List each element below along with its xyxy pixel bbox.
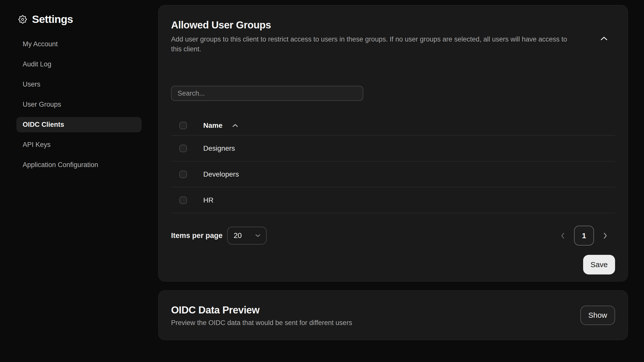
card-header: Allowed User Groups Add user groups to t…: [171, 19, 615, 54]
items-per-page-value: 20: [234, 231, 242, 240]
table-row: Developers: [171, 162, 615, 187]
pagination-bar: Items per page 20 1: [171, 226, 615, 246]
previous-page-button[interactable]: [561, 232, 565, 239]
sidebar-item-users[interactable]: Users: [16, 77, 142, 92]
sidebar-item-my-account[interactable]: My Account: [16, 36, 142, 52]
sidebar-item-api-keys[interactable]: API Keys: [16, 137, 142, 152]
chevron-up-icon: [600, 36, 608, 41]
items-per-page-group: Items per page 20: [171, 227, 267, 245]
sidebar-item-user-groups[interactable]: User Groups: [16, 97, 142, 112]
select-all-checkbox[interactable]: [179, 122, 187, 129]
chevron-down-icon: [255, 234, 261, 237]
sidebar-header: Settings: [18, 13, 73, 25]
save-button[interactable]: Save: [583, 255, 615, 274]
gear-icon: [18, 15, 27, 24]
row-name: HR: [203, 196, 213, 204]
sort-ascending-icon[interactable]: [232, 124, 238, 128]
card-title: Allowed User Groups: [171, 19, 568, 31]
preview-header-text: OIDC Data Preview Preview the OIDC data …: [171, 304, 352, 327]
next-page-button[interactable]: [603, 232, 607, 239]
row-name: Developers: [203, 170, 239, 178]
table-row: HR: [171, 187, 615, 213]
preview-description: Preview the OIDC data that would be sent…: [171, 319, 352, 327]
sidebar-nav: My Account Audit Log Users User Groups O…: [0, 36, 158, 177]
show-button[interactable]: Show: [580, 306, 615, 325]
table-header-row: Name: [171, 116, 615, 136]
name-column-header[interactable]: Name: [203, 122, 222, 130]
items-per-page-select[interactable]: 20: [227, 227, 267, 245]
chevron-right-icon: [603, 232, 607, 239]
preview-title: OIDC Data Preview: [171, 304, 352, 316]
search-input[interactable]: [171, 86, 363, 101]
sidebar-title: Settings: [32, 13, 73, 25]
row-checkbox-designers[interactable]: [179, 145, 187, 152]
save-row: Save: [171, 255, 615, 274]
page-navigation: 1: [561, 226, 607, 246]
current-page-button[interactable]: 1: [574, 226, 594, 246]
row-checkbox-developers[interactable]: [179, 171, 187, 178]
allowed-user-groups-card: Allowed User Groups Add user groups to t…: [158, 5, 628, 281]
card-header-text: Allowed User Groups Add user groups to t…: [171, 19, 568, 54]
sidebar-item-oidc-clients[interactable]: OIDC Clients: [16, 117, 142, 132]
card-description: Add user groups to this client to restri…: [171, 34, 568, 54]
sidebar-item-audit-log[interactable]: Audit Log: [16, 57, 142, 72]
table-row: Designers: [171, 136, 615, 162]
row-checkbox-hr[interactable]: [179, 196, 187, 204]
settings-sidebar: Settings My Account Audit Log Users User…: [0, 0, 158, 362]
sidebar-item-application-configuration[interactable]: Application Configuration: [16, 157, 142, 173]
items-per-page-label: Items per page: [171, 231, 223, 240]
chevron-left-icon: [561, 232, 565, 239]
oidc-data-preview-card: OIDC Data Preview Preview the OIDC data …: [158, 290, 628, 340]
row-name: Designers: [203, 144, 235, 152]
collapse-card-button[interactable]: [598, 33, 610, 44]
